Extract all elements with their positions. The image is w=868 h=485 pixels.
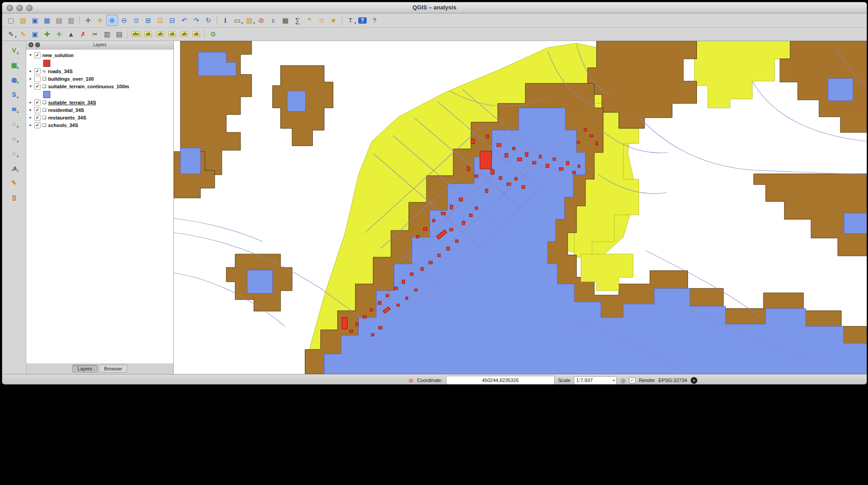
layer-symbol-swatch[interactable]: [43, 60, 50, 67]
layer-label[interactable]: restaurants_34S: [48, 115, 86, 120]
deselect-features-button[interactable]: ⊘: [255, 15, 267, 26]
expander-icon[interactable]: [29, 77, 33, 81]
layer-label[interactable]: residential_34S: [48, 107, 84, 113]
close-window-button[interactable]: [7, 5, 13, 11]
layer-row-roads-34s[interactable]: roads_34S: [26, 67, 173, 75]
zoom-to-layer-button[interactable]: ⊟: [166, 15, 178, 26]
layer-label[interactable]: buildings_over_100: [48, 76, 94, 82]
layer-row-buildings-over-100[interactable]: buildings_over_100: [26, 75, 173, 82]
layer-row-new-solution[interactable]: new_solution: [26, 51, 173, 59]
expander-icon[interactable]: [29, 84, 33, 88]
new-bookmark-button[interactable]: ✩: [315, 15, 328, 26]
toggle-editing-button[interactable]: ✎: [17, 29, 29, 40]
zoom-full-button[interactable]: ⊞: [142, 15, 154, 26]
add-raster-layer-button[interactable]: ▦: [8, 59, 20, 71]
layer-labeling-options-button[interactable]: abc: [130, 29, 142, 40]
select-features-button[interactable]: ▧: [243, 15, 255, 26]
zoom-out-button[interactable]: ⊖: [118, 15, 130, 26]
expander-icon[interactable]: [29, 53, 33, 57]
current-edits-button[interactable]: ✎: [5, 29, 17, 40]
map-canvas[interactable]: [174, 41, 867, 374]
add-postgis-layer-button[interactable]: ◍: [8, 74, 20, 86]
close-panel-button[interactable]: ✕: [29, 42, 33, 47]
epsg-button[interactable]: EPSG:32734: [659, 378, 687, 383]
layer-label[interactable]: suitable_terrain_34S: [48, 100, 96, 105]
show-bookmarks-button[interactable]: ★: [328, 15, 340, 26]
composer-manager-button[interactable]: ▥: [65, 15, 77, 26]
layer-visibility-checkbox[interactable]: [34, 68, 41, 74]
refresh-map-button[interactable]: ↻: [202, 15, 214, 26]
layer-row-residential-34s[interactable]: residential_34S: [26, 106, 173, 114]
layer-visibility-checkbox[interactable]: [34, 83, 41, 90]
expander-icon[interactable]: [29, 100, 33, 104]
copy-features-button[interactable]: ▥: [101, 29, 113, 40]
float-panel-button[interactable]: ❐: [35, 42, 40, 47]
paste-features-button[interactable]: ▤: [113, 29, 125, 40]
layer-visibility-checkbox[interactable]: [34, 115, 41, 121]
field-calculator-button[interactable]: ∑: [291, 15, 303, 26]
zoom-window-button[interactable]: [26, 5, 33, 11]
expander-icon[interactable]: [29, 108, 33, 112]
node-tool-button[interactable]: ▲: [65, 29, 77, 40]
layer-row-restaurants-34s[interactable]: restaurants_34S: [26, 114, 173, 121]
coordinate-input[interactable]: [446, 376, 555, 385]
pan-map-button[interactable]: ✛: [82, 15, 94, 26]
expander-icon[interactable]: [29, 115, 33, 119]
tab-browser[interactable]: Browser: [99, 365, 127, 373]
add-wfs-layer-button[interactable]: ○: [8, 148, 20, 159]
add-spatialite-layer-button[interactable]: S: [8, 89, 20, 100]
zoom-to-selection-button[interactable]: ⊡: [154, 15, 166, 26]
messages-button[interactable]: +: [691, 377, 697, 384]
add-delimited-text-button[interactable]: ,a: [8, 162, 20, 174]
titlebar[interactable]: QGIS – analysis: [2, 2, 867, 13]
add-feature-button[interactable]: ✚: [41, 29, 53, 40]
layer-label[interactable]: schools_34S: [48, 123, 78, 128]
map-tips-button[interactable]: ❝: [303, 15, 315, 26]
tab-layers[interactable]: Layers: [72, 365, 98, 373]
open-project-button[interactable]: ▨: [17, 15, 29, 26]
layer-label[interactable]: suitable_terrain_continuous_100m: [48, 84, 129, 89]
pan-to-selection-button[interactable]: ✛: [94, 15, 106, 26]
stop-rendering-icon[interactable]: ⊘: [409, 377, 414, 384]
text-annotation-button[interactable]: T: [344, 15, 356, 26]
select-by-expression-button[interactable]: ε: [267, 15, 279, 26]
layer-visibility-checkbox[interactable]: [34, 122, 41, 128]
open-attribute-table-button[interactable]: ▦: [279, 15, 291, 26]
add-mssql-layer-button[interactable]: ≋: [8, 103, 20, 115]
layer-row-schools-34s[interactable]: schools_34S: [26, 121, 173, 129]
layer-row-suitable-terrain-continuous-100m[interactable]: suitable_terrain_continuous_100m: [26, 82, 173, 90]
zoom-last-button[interactable]: ↶: [178, 15, 190, 26]
add-vector-layer-button[interactable]: V: [8, 45, 20, 56]
expander-icon[interactable]: [29, 69, 33, 73]
save-project-as-button[interactable]: ▦: [41, 15, 53, 26]
cut-features-button[interactable]: ✂: [89, 29, 101, 40]
zoom-in-button[interactable]: ⊕: [106, 15, 118, 26]
move-feature-button[interactable]: ✛: [53, 29, 65, 40]
remove-layer-button[interactable]: ▯: [8, 192, 20, 203]
expander-icon[interactable]: [29, 123, 33, 127]
save-layer-edits-button[interactable]: ▣: [29, 29, 41, 40]
delete-selected-button[interactable]: ✗: [77, 29, 89, 40]
change-label-button[interactable]: ab: [190, 29, 202, 40]
save-project-button[interactable]: ▣: [29, 15, 41, 26]
pin-labels-button[interactable]: ab: [142, 29, 154, 40]
new-shapefile-button[interactable]: ✎: [8, 177, 20, 189]
new-project-button[interactable]: ▢: [5, 15, 17, 26]
layer-label[interactable]: roads_34S: [48, 69, 73, 74]
layer-visibility-checkbox[interactable]: [34, 52, 41, 58]
layer-label[interactable]: new_solution: [42, 53, 74, 58]
layer-visibility-checkbox[interactable]: [34, 99, 41, 106]
zoom-next-button[interactable]: ↷: [190, 15, 202, 26]
highlight-labels-button[interactable]: ab: [154, 29, 166, 40]
minimize-window-button[interactable]: [16, 5, 23, 11]
add-wcs-layer-button[interactable]: ○: [8, 133, 20, 144]
layer-symbol-swatch[interactable]: [43, 91, 50, 98]
render-checkbox[interactable]: [629, 377, 635, 383]
help-contents-button[interactable]: ?: [356, 15, 368, 26]
scale-combobox[interactable]: 1:7,937: [574, 376, 617, 385]
whats-this-button[interactable]: ?: [368, 15, 381, 26]
processing-toolbox-button[interactable]: ⚙: [207, 29, 219, 40]
zoom-native-button[interactable]: ⊙: [130, 15, 142, 26]
layer-visibility-checkbox[interactable]: [34, 76, 41, 82]
scale-magnifier-icon[interactable]: ◎: [620, 377, 625, 384]
